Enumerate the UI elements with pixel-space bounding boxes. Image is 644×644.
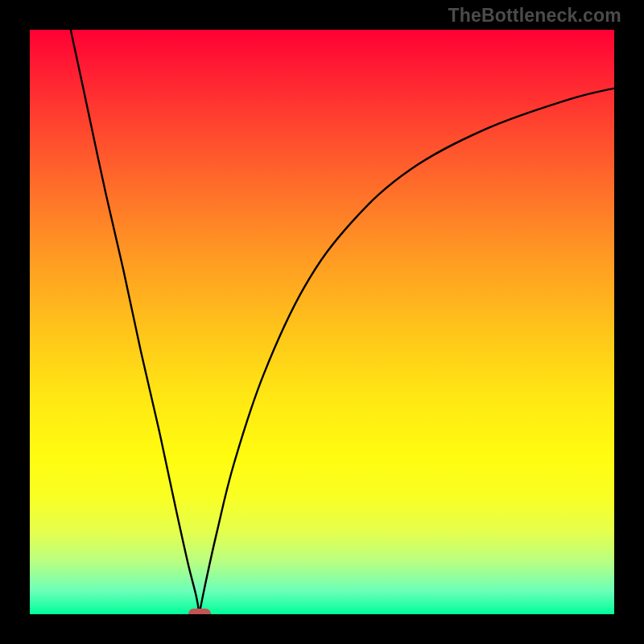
optimum-marker xyxy=(188,609,211,614)
chart-frame: TheBottleneck.com xyxy=(0,0,644,644)
curve-path xyxy=(71,30,614,614)
bottleneck-curve xyxy=(30,30,614,614)
watermark-text: TheBottleneck.com xyxy=(448,5,621,27)
plot-area xyxy=(30,30,614,614)
